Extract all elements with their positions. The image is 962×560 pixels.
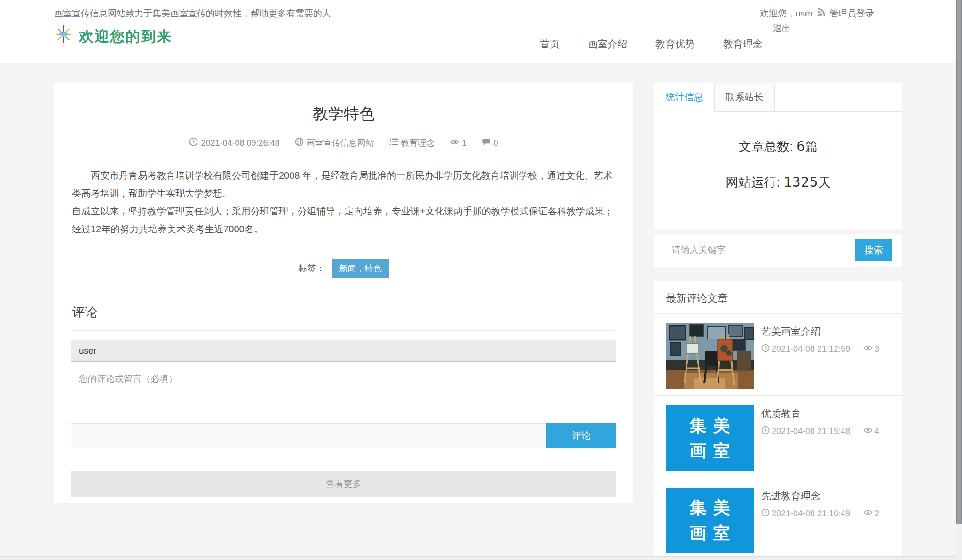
eye-icon: [863, 426, 873, 437]
article-paragraph: 西安市丹青易考教育培训学校有限公司创建于2008 年，是经教育局批准的一所民办非…: [72, 166, 615, 202]
page-bottom-strip: [0, 556, 956, 560]
search-button[interactable]: 搜索: [855, 239, 892, 261]
admin-login-link[interactable]: 管理员登录: [829, 6, 874, 21]
nav-item-studio-intro[interactable]: 画室介绍: [588, 38, 627, 51]
welcome-text: 欢迎您，user: [760, 6, 813, 21]
nav-item-edu-philosophy[interactable]: 教育理念: [723, 38, 763, 51]
article-card: 教学特色 2021-04-08 09:26:48 画室宣传信息网站: [54, 83, 633, 503]
logo-text: 欢迎您的到来: [79, 27, 172, 47]
starburst-logo-icon: [53, 24, 74, 49]
tags-label: 标签：: [299, 262, 325, 275]
nav-item-edu-advantage[interactable]: 教育优势: [655, 38, 695, 51]
tags-row: 标签： 新闻，特色: [54, 259, 633, 278]
logout-link[interactable]: 退出: [773, 21, 791, 35]
article-title: 教学特色: [54, 103, 633, 125]
comment-username-input[interactable]: [71, 340, 616, 362]
jimei-logo-thumbnail[interactable]: 集美 画室: [666, 405, 754, 471]
jimei-logo-thumbnail[interactable]: 集美 画室: [666, 488, 754, 553]
clock-icon: [761, 344, 770, 355]
stat-site-uptime-value: 1325: [784, 174, 819, 190]
recent-article-title[interactable]: 先进教育理念: [761, 489, 879, 503]
recent-comments-card: 最新评论文章: [654, 281, 902, 560]
comment-submit-button[interactable]: 评论: [546, 423, 616, 448]
recent-comments-heading: 最新评论文章: [654, 281, 902, 314]
article-body: 西安市丹青易考教育培训学校有限公司创建于2008 年，是经教育局批准的一所民办非…: [72, 166, 615, 238]
meta-views: 1: [450, 138, 467, 149]
recent-article-info: 先进教育理念 2021-04-08 21:16:49: [761, 488, 879, 553]
meta-comments: 0: [482, 138, 498, 149]
comment-bubble-icon: [482, 138, 491, 149]
comments-heading: 评论: [72, 304, 615, 321]
stats-body: 文章总数: 6篇 网站运行: 1325天: [654, 112, 902, 191]
tag-badge[interactable]: 新闻，特色: [332, 259, 389, 278]
eye-icon: [450, 138, 459, 149]
eye-icon: [863, 508, 873, 519]
comments-divider: [72, 330, 615, 331]
scrollbar-track[interactable]: [956, 0, 962, 560]
meta-category: 教育理念: [389, 137, 435, 149]
recent-article-views: 3: [863, 344, 879, 355]
recent-article-info: 优质教育 2021-04-08 21:15:48: [761, 405, 879, 471]
recent-article-item[interactable]: 集美 画室 先进教育理念 2021-04-08 21:16:49: [654, 478, 902, 560]
search-card: 搜索: [654, 234, 902, 267]
comment-footer: [71, 423, 616, 448]
recent-article-item[interactable]: 艺美画室介绍 2021-04-08 21:12:59: [654, 314, 902, 396]
nav-item-home[interactable]: 首页: [540, 38, 560, 51]
recent-article-views: 2: [863, 508, 879, 519]
globe-icon: [295, 137, 304, 149]
tab-contact-webmaster[interactable]: 联系站长: [715, 83, 775, 111]
recent-article-info: 艺美画室介绍 2021-04-08 21:12:59: [761, 323, 879, 389]
stat-total-articles: 文章总数: 6篇: [654, 138, 902, 155]
studio-photo-thumbnail[interactable]: [666, 323, 754, 389]
header: 画室宣传信息网站致力于集美画室宣传的时效性，帮助更多有需要的人. 欢迎您，use…: [0, 0, 962, 63]
user-bar: 欢迎您，user 管理员登录 退出: [760, 6, 874, 35]
recent-article-views: 4: [863, 426, 879, 437]
stat-total-articles-value: 6: [796, 138, 805, 154]
main-nav: 首页 画室介绍 教育优势 教育理念: [540, 38, 763, 51]
eye-icon: [863, 344, 873, 355]
scrollbar-thumb[interactable]: [956, 0, 962, 524]
meta-date: 2021-04-08 09:26:48: [189, 137, 279, 149]
article-meta: 2021-04-08 09:26:48 画室宣传信息网站 教育理念: [54, 137, 633, 149]
meta-site: 画室宣传信息网站: [295, 137, 374, 149]
search-input[interactable]: [665, 239, 855, 261]
article-paragraph: 自成立以来，坚持教学管理责任到人；采用分班管理，分组辅导，定向培养，专业课+文化…: [72, 202, 615, 238]
recent-article-date: 2021-04-08 21:15:48: [761, 426, 850, 437]
comment-box: 评论: [71, 366, 616, 448]
clock-icon: [761, 426, 770, 437]
comment-textarea[interactable]: [71, 366, 616, 423]
category-list-icon: [389, 137, 398, 149]
recent-article-item[interactable]: 集美 画室 优质教育 2021-04-08 21:15:48: [654, 396, 902, 478]
clock-icon: [761, 508, 770, 519]
tab-statistics[interactable]: 统计信息: [654, 83, 715, 111]
site-tagline: 画室宣传信息网站致力于集美画室宣传的时效性，帮助更多有需要的人.: [54, 8, 333, 20]
rss-icon: [817, 6, 826, 21]
recent-article-title[interactable]: 艺美画室介绍: [761, 325, 879, 338]
load-more-button[interactable]: 查看更多: [71, 471, 616, 497]
clock-icon: [189, 137, 198, 149]
site-logo[interactable]: 欢迎您的到来: [53, 24, 172, 49]
stats-card: 统计信息 联系站长 文章总数: 6篇 网站运行: 1325天: [654, 83, 902, 230]
recent-article-title[interactable]: 优质教育: [761, 407, 879, 420]
recent-article-date: 2021-04-08 21:12:59: [761, 344, 850, 355]
sidebar-tabs: 统计信息 联系站长: [654, 83, 902, 112]
stat-site-uptime: 网站运行: 1325天: [654, 174, 902, 191]
recent-article-date: 2021-04-08 21:16:49: [761, 508, 850, 519]
